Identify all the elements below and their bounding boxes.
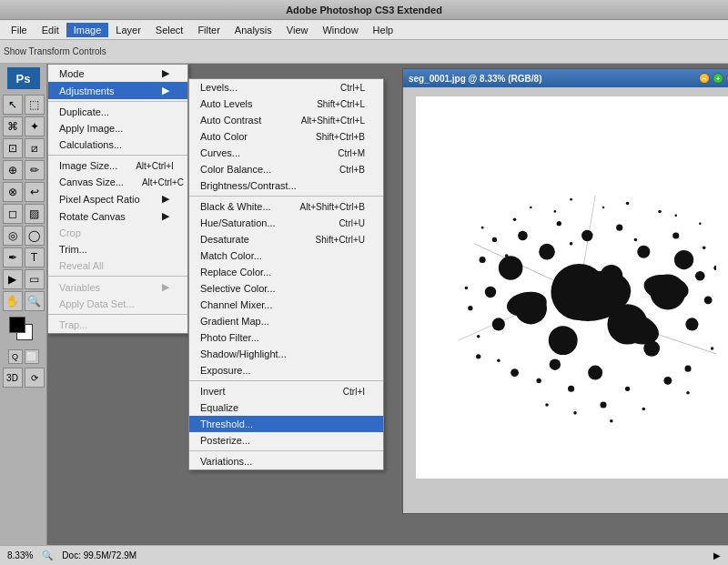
svg-point-31	[492, 237, 497, 242]
zoom-tool[interactable]: 🔍	[25, 291, 45, 311]
image-crop-item: Crop	[48, 225, 187, 241]
adj-variations-item[interactable]: Variations...	[189, 453, 383, 469]
svg-point-15	[518, 231, 528, 241]
crop-tool[interactable]: ⊡	[3, 138, 23, 158]
svg-point-59	[602, 207, 605, 209]
menu-layer[interactable]: Layer	[108, 23, 148, 37]
adj-auto-color-item[interactable]: Auto Color Shift+Ctrl+B	[189, 128, 383, 145]
quick-mask-mode[interactable]: Q	[8, 349, 23, 364]
zoom-icon: 🔍	[42, 550, 53, 560]
history-brush-tool[interactable]: ↩	[25, 182, 45, 202]
move-tool[interactable]: ↖	[3, 95, 23, 115]
marquee-tool[interactable]: ⬚	[25, 95, 45, 115]
eraser-tool[interactable]: ◻	[3, 204, 23, 224]
adj-black-white-item[interactable]: Black & White... Alt+Shift+Ctrl+B	[189, 198, 383, 215]
menu-analysis[interactable]: Analysis	[228, 23, 279, 37]
blur-tool[interactable]: ◎	[3, 226, 23, 246]
adj-invert-item[interactable]: Invert Ctrl+I	[189, 383, 383, 399]
adj-threshold-item[interactable]: Threshold...	[189, 416, 383, 432]
screen-rotate-tool[interactable]: ⟳	[25, 368, 45, 388]
adj-color-balance-item[interactable]: Color Balance... Ctrl+B	[189, 161, 383, 177]
menu-help[interactable]: Help	[366, 23, 401, 37]
svg-point-20	[480, 257, 486, 263]
pen-tool[interactable]: ✒	[3, 247, 23, 267]
adj-channel-mixer-item[interactable]: Channel Mixer...	[189, 297, 383, 313]
window-minimize-button[interactable]: −	[699, 73, 710, 84]
menu-select[interactable]: Select	[148, 23, 191, 37]
adj-desaturate-item[interactable]: Desaturate Shift+Ctrl+U	[189, 231, 383, 247]
image-image-size-item[interactable]: Image Size... Alt+Ctrl+I	[48, 157, 187, 174]
screen-mode[interactable]: ⬜	[25, 349, 39, 364]
svg-point-36	[570, 242, 573, 246]
adj-sep-2	[189, 380, 383, 381]
image-apply-image-item[interactable]: Apply Image...	[48, 120, 187, 136]
adj-gradient-map-item[interactable]: Gradient Map...	[189, 313, 383, 329]
adj-selective-color-item[interactable]: Selective Color...	[189, 280, 383, 297]
svg-line-54	[474, 244, 579, 292]
brush-tool[interactable]: ✏	[25, 160, 45, 180]
3d-tool[interactable]: 3D	[3, 368, 23, 388]
adj-match-color-item[interactable]: Match Color...	[189, 247, 383, 264]
image-rotate-canvas-item[interactable]: Rotate Canvas ▶	[48, 207, 187, 225]
adj-auto-levels-item[interactable]: Auto Levels Shift+Ctrl+L	[189, 96, 383, 112]
path-selection-tool[interactable]: ▶	[3, 269, 23, 289]
adj-brightness-contrast-item[interactable]: Brightness/Contrast...	[189, 177, 383, 194]
tool-row-4: ⊕ ✏	[3, 160, 45, 180]
adj-replace-color-item[interactable]: Replace Color...	[189, 264, 383, 280]
adj-posterize-item[interactable]: Posterize...	[189, 432, 383, 449]
svg-point-27	[625, 387, 630, 391]
scroll-right-arrow[interactable]: ▶	[713, 550, 721, 560]
menu-image[interactable]: Image	[66, 23, 109, 37]
clone-tool[interactable]: ⊗	[3, 182, 23, 202]
adj-levels-item[interactable]: Levels... Ctrl+L	[189, 79, 383, 96]
image-pixel-aspect-ratio-item[interactable]: Pixel Aspect Ratio ▶	[48, 190, 187, 207]
svg-point-38	[505, 254, 509, 257]
main-area: Ps ↖ ⬚ ⌘ ✦ ⊡ ⧄ ⊕ ✏ ⊗ ↩ ◻ ▨ ◎ ◯ ✒	[0, 64, 728, 545]
adj-exposure-item[interactable]: Exposure...	[189, 362, 383, 378]
svg-point-39	[703, 247, 706, 250]
adj-shadow-highlight-item[interactable]: Shadow/Highlight...	[189, 346, 383, 362]
svg-point-66	[699, 222, 702, 225]
adj-hue-saturation-item[interactable]: Hue/Saturation... Ctrl+U	[189, 215, 383, 231]
image-trim-item[interactable]: Trim...	[48, 241, 187, 257]
foreground-color-swatch[interactable]	[9, 317, 25, 333]
image-duplicate-item[interactable]: Duplicate...	[48, 104, 187, 120]
image-mode-item[interactable]: Mode ▶	[48, 65, 187, 82]
image-canvas-size-item[interactable]: Canvas Size... Alt+Ctrl+C	[48, 174, 187, 190]
adjustments-dropdown: Levels... Ctrl+L Auto Levels Shift+Ctrl+…	[188, 78, 384, 470]
menu-filter[interactable]: Filter	[190, 23, 227, 37]
menu-window[interactable]: Window	[315, 23, 365, 37]
svg-point-62	[626, 202, 630, 206]
healing-tool[interactable]: ⊕	[3, 160, 23, 180]
hand-tool[interactable]: ✋	[3, 291, 23, 311]
tool-row-8: ✒ T	[3, 247, 45, 267]
adj-auto-contrast-item[interactable]: Auto Contrast Alt+Shift+Ctrl+L	[189, 112, 383, 128]
shape-tool[interactable]: ▭	[25, 269, 45, 289]
dodge-tool[interactable]: ◯	[25, 226, 45, 246]
type-tool[interactable]: T	[25, 247, 45, 267]
gradient-tool[interactable]: ▨	[25, 204, 45, 224]
svg-point-6	[549, 326, 578, 355]
adj-equalize-item[interactable]: Equalize	[189, 399, 383, 416]
tool-row-1: ↖ ⬚	[3, 95, 45, 115]
lasso-tool[interactable]: ⌘	[3, 116, 23, 136]
adj-curves-item[interactable]: Curves... Ctrl+M	[189, 145, 383, 161]
adj-photo-filter-item[interactable]: Photo Filter...	[189, 329, 383, 346]
image-sep-1	[48, 101, 187, 102]
menu-edit[interactable]: Edit	[35, 23, 66, 37]
menu-view[interactable]: View	[279, 23, 316, 37]
image-adjustments-item[interactable]: Adjustments ▶	[48, 82, 187, 99]
svg-point-13	[550, 359, 561, 370]
image-menu-dropdown: Mode ▶ Adjustments ▶ Duplicate... Apply …	[47, 64, 188, 334]
magic-wand-tool[interactable]: ✦	[25, 116, 45, 136]
svg-point-61	[530, 207, 532, 209]
tool-row-2: ⌘ ✦	[3, 116, 45, 136]
window-maximize-button[interactable]: +	[713, 73, 723, 84]
toolbar: Show Transform Controls	[0, 40, 728, 64]
image-calculations-item[interactable]: Calculations...	[48, 136, 187, 153]
svg-point-5	[674, 250, 693, 269]
svg-point-24	[600, 401, 606, 408]
menu-file[interactable]: File	[4, 23, 35, 37]
slice-tool[interactable]: ⧄	[25, 138, 45, 158]
svg-point-25	[568, 386, 574, 392]
